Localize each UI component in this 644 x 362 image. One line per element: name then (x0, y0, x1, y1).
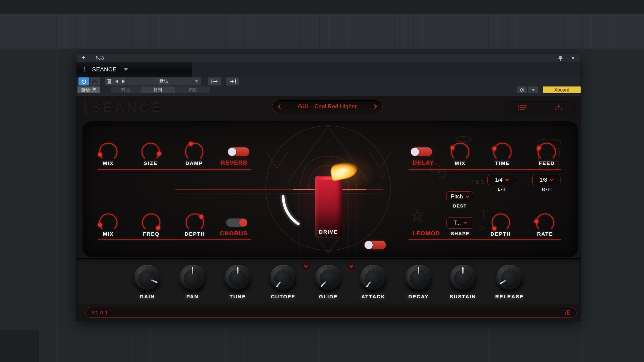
decay-label: DECAY (395, 294, 442, 299)
track-divider-line (39, 49, 39, 362)
chevron-left-icon[interactable] (278, 104, 282, 109)
paste-button[interactable]: 粘贴 (175, 86, 210, 93)
drive-label: DRIVE (310, 229, 347, 235)
download-icon (554, 104, 562, 111)
release-label: RELEASE (486, 294, 533, 299)
lfo-shape-label: SHAPE (442, 231, 479, 236)
decay-knob[interactable] (405, 265, 432, 292)
pan-knob[interactable] (179, 265, 206, 292)
delay-left-time-dropdown[interactable]: 1/4 (487, 175, 516, 185)
reverb-toggle[interactable] (228, 147, 249, 156)
chevron-down-icon (304, 264, 308, 267)
chorus-depth-knob[interactable] (184, 212, 206, 233)
settings-dropdown-button[interactable] (528, 86, 538, 93)
tune-knob[interactable] (224, 265, 251, 292)
pin-icon[interactable] (557, 55, 564, 62)
cutoff-mod-badge[interactable] (302, 262, 310, 270)
lfomod-section-label: LFOMOD (408, 230, 445, 237)
brand-logo: SÉANCE (92, 100, 163, 114)
sustain-label: SUSTAIN (439, 294, 486, 299)
gear-icon (520, 87, 525, 93)
window-title: 乐器 (95, 55, 105, 61)
next-icon (122, 79, 125, 83)
attack-label: ATTACK (350, 294, 397, 299)
candle-image (315, 176, 342, 237)
sustain-knob[interactable] (449, 265, 476, 292)
drive-toggle[interactable] (364, 241, 386, 249)
reverb-size-knob[interactable] (140, 141, 161, 163)
chorus-toggle[interactable] (226, 218, 248, 227)
lfo-dest-value: Pitch (451, 194, 463, 200)
add-instrument-icon[interactable]: + (82, 54, 86, 61)
delay-time-label: TIME (484, 160, 521, 166)
chevron-down-icon (195, 80, 198, 82)
chevron-down-icon (124, 68, 128, 71)
delay-toggle[interactable] (411, 147, 432, 156)
delay-right-time-value: 1/8 (540, 177, 547, 183)
delay-underline (409, 169, 561, 170)
reverb-damp-knob[interactable] (183, 141, 205, 163)
attack-knob[interactable] (360, 265, 387, 292)
chevron-down-icon (465, 194, 470, 198)
reverb-damp-label: DAMP (176, 160, 213, 166)
gain-knob[interactable] (134, 265, 161, 292)
gui-preset-selector[interactable]: GUI – Cool Red Higher (272, 100, 383, 113)
lfo-dest-dropdown[interactable]: Pitch (446, 191, 473, 202)
amp-knob-deck: GAIN PAN TUNE CUTOFF GLIDE ATTACK DECAY … (76, 258, 581, 304)
copy-settings-to-button[interactable] (226, 77, 239, 85)
cutoff-knob[interactable] (270, 265, 297, 292)
reverb-underline (98, 169, 251, 170)
chorus-underline (98, 239, 251, 240)
chorus-mix-label: MIX (90, 231, 127, 237)
copy-button[interactable]: 复制 (141, 86, 175, 93)
daw-timeline-band (0, 14, 644, 49)
delay-feed-label: FEED (528, 160, 565, 166)
compare-button[interactable]: 对照 (111, 86, 140, 93)
lfo-shape-dropdown[interactable]: T... (446, 217, 474, 229)
lfomod-underline (409, 239, 561, 240)
lfo-depth-knob[interactable] (490, 212, 512, 233)
delay-right-time-dropdown[interactable]: 1/8 (532, 175, 560, 185)
lfo-rate-knob[interactable] (534, 212, 556, 233)
fx-panel: YES (83, 121, 578, 257)
glide-mod-badge[interactable] (347, 262, 355, 270)
plugin-window: + 乐器 ✕ 1 - SEANCE 默认 自动: 关 对照 复制 粘贴 (76, 54, 580, 321)
gain-label: GAIN (124, 294, 171, 299)
preset-save-button[interactable] (540, 101, 576, 114)
close-icon[interactable]: ✕ (570, 55, 576, 61)
drive-value-arc (283, 196, 298, 224)
delay-mix-knob[interactable] (449, 141, 471, 163)
bypass-power-button[interactable] (78, 77, 89, 85)
delay-time-knob[interactable] (492, 141, 513, 163)
chevron-right-icon[interactable] (372, 104, 377, 109)
preset-name: 默认 (159, 78, 169, 84)
instrument-selector[interactable]: 1 - SEANCE (76, 62, 192, 77)
prev-preset-button[interactable] (113, 77, 120, 85)
preset-list-button[interactable] (504, 101, 540, 114)
automation-curve-button[interactable] (90, 77, 100, 85)
reverb-mix-knob[interactable] (98, 141, 119, 163)
power-icon (81, 79, 87, 84)
preset-dropdown[interactable]: 默认 (127, 77, 201, 85)
chevron-down-icon (549, 177, 554, 181)
lfo-depth-label: DEPTH (482, 231, 519, 237)
transfer-right-icon (211, 79, 218, 84)
xboard-button[interactable]: Xboard (543, 86, 581, 93)
glide-knob[interactable] (315, 265, 342, 292)
chorus-freq-knob[interactable] (141, 212, 162, 233)
chorus-mix-knob[interactable] (98, 212, 119, 233)
release-knob[interactable] (496, 265, 523, 292)
next-preset-button[interactable] (120, 77, 126, 85)
lfo-dest-label: DEST (441, 203, 478, 208)
brand-candle-icon (84, 103, 87, 113)
preset-tools (504, 101, 576, 114)
settings-button[interactable] (517, 86, 527, 93)
instrument-name: 1 - SEANCE (83, 66, 116, 73)
chevron-down-icon (463, 220, 468, 224)
chevron-down-icon (505, 177, 509, 181)
preset-file-button[interactable] (105, 77, 113, 85)
copy-settings-from-button[interactable] (208, 77, 221, 85)
delay-feed-knob[interactable] (536, 141, 557, 163)
transfer-into-icon (229, 79, 236, 84)
automation-mode-button[interactable]: 自动: 关 (77, 86, 100, 93)
